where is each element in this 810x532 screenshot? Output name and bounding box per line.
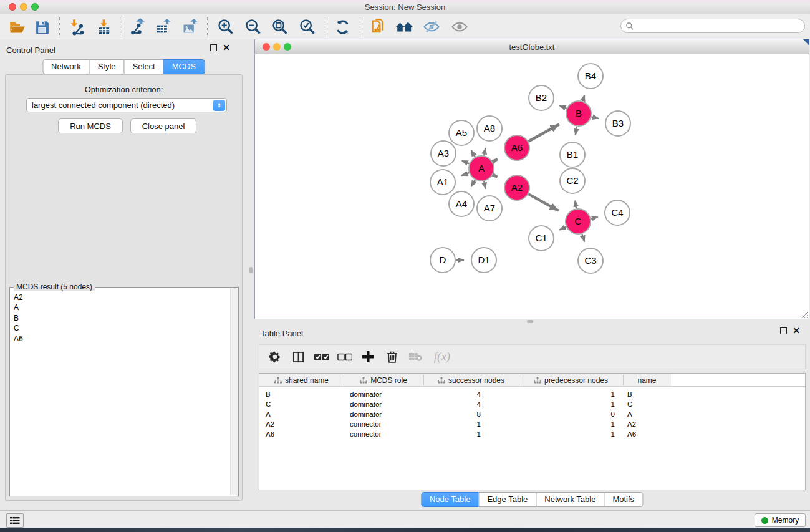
table-delete-icon[interactable]: [407, 349, 423, 365]
function-fx-icon[interactable]: f(x): [430, 349, 455, 365]
mcds-result-item[interactable]: B: [14, 313, 230, 323]
refresh-icon[interactable]: [333, 17, 352, 36]
deselect-all-checkboxes-icon[interactable]: [337, 349, 353, 365]
mcds-result-item[interactable]: A6: [14, 334, 230, 344]
table-cell: B: [266, 390, 340, 398]
table-row-A2[interactable]: A2connector11A2: [259, 420, 671, 430]
run-mcds-button[interactable]: Run MCDS: [58, 118, 123, 133]
close-panel-button[interactable]: Close panel: [130, 118, 196, 133]
table-row-A[interactable]: Adominator80A: [259, 410, 671, 420]
toolbar-separator: [59, 17, 60, 36]
table-row-A6[interactable]: A6connector11A6: [259, 430, 671, 440]
column-header-predecessor-nodes[interactable]: predecessor nodes: [519, 374, 623, 387]
delete-trash-icon[interactable]: [384, 349, 400, 365]
column-layout-icon[interactable]: [290, 349, 306, 365]
graph-edge-A2-C[interactable]: [528, 194, 558, 210]
optimization-criterion-select[interactable]: largest connected component (directed) ▲…: [26, 98, 227, 112]
zoom-out-icon[interactable]: [244, 17, 263, 36]
table-cell: connector: [350, 420, 418, 428]
export-table-icon[interactable]: [154, 17, 173, 36]
graph-edge-B-B2[interactable]: [560, 105, 567, 109]
table-row-C[interactable]: Cdominator41C: [259, 400, 671, 410]
tab-network[interactable]: Network: [42, 59, 90, 74]
tab-select[interactable]: Select: [124, 59, 164, 74]
task-list-button[interactable]: [6, 513, 24, 528]
graph-node-label: B4: [585, 70, 596, 81]
table-cell: 1: [552, 390, 615, 398]
add-plus-icon[interactable]: [360, 349, 376, 365]
graph-edge-A-A2[interactable]: [493, 175, 497, 177]
desktop-wallpaper-strip: [0, 528, 810, 532]
toolbar-separator: [360, 17, 360, 36]
import-network-icon[interactable]: [67, 17, 86, 36]
optimization-criterion-label: Optimization criterion:: [6, 85, 242, 94]
mcds-result-item[interactable]: A: [14, 302, 230, 312]
graph-edge-B-B3[interactable]: [591, 117, 599, 118]
houses-icon[interactable]: [395, 17, 414, 36]
tab-style[interactable]: Style: [89, 59, 125, 74]
search-input[interactable]: [634, 21, 804, 32]
column-header-successor-nodes[interactable]: successor nodes: [423, 374, 519, 387]
table-cell: 1: [418, 430, 481, 438]
graph-edge-C-C2[interactable]: [575, 201, 576, 209]
graph-edge-A6-B[interactable]: [528, 124, 559, 141]
column-type-icon: [274, 377, 282, 384]
graph-edge-A-A3[interactable]: [462, 161, 470, 164]
graph-edge-B-B1[interactable]: [576, 127, 577, 135]
settings-gear-icon[interactable]: [267, 349, 283, 365]
graph-edge-A-A5[interactable]: [471, 150, 475, 157]
graph-edge-C-C1[interactable]: [559, 227, 566, 230]
export-image-icon[interactable]: [181, 17, 200, 36]
network-graph[interactable]: B4B2BB3A5A8A6B1A3AA1C2A2A4A7C4CC1C3DD1: [255, 54, 809, 319]
graph-edge-A-A1[interactable]: [461, 173, 469, 175]
open-file-icon[interactable]: [7, 17, 26, 36]
eye-icon[interactable]: [450, 17, 469, 36]
export-network-icon[interactable]: [127, 17, 146, 36]
zoom-fit-icon[interactable]: [271, 17, 289, 36]
eye-slash-icon[interactable]: [422, 17, 441, 36]
network-window-title: testGlobe.txt: [255, 42, 809, 52]
tab-node-table[interactable]: Node Table: [421, 492, 480, 507]
graph-edge-A-A4[interactable]: [471, 180, 475, 186]
close-panel-icon[interactable]: ✕: [793, 327, 800, 334]
close-panel-icon[interactable]: ✕: [223, 44, 230, 51]
save-session-icon[interactable]: [32, 17, 51, 36]
column-header-MCDS-role[interactable]: MCDS role: [344, 374, 423, 387]
table-cell: 0: [552, 410, 615, 418]
result-scrollbar[interactable]: [230, 288, 238, 495]
table-toolbar: f(x): [259, 344, 806, 369]
float-window-icon[interactable]: [780, 327, 787, 334]
table-cell: dominator: [350, 400, 418, 408]
graph-edge-A-A6[interactable]: [493, 159, 498, 162]
window-resize-grip[interactable]: [801, 311, 808, 318]
tab-motifs[interactable]: Motifs: [604, 492, 643, 507]
tab-edge-table[interactable]: Edge Table: [478, 492, 536, 507]
zoom-selected-icon[interactable]: [298, 17, 317, 36]
graph-edge-B-B4[interactable]: [582, 95, 584, 101]
document-network-icon[interactable]: [369, 17, 388, 36]
table-cell: A2: [266, 420, 340, 428]
zoom-in-icon[interactable]: [216, 17, 235, 36]
table-cell: 1: [552, 400, 615, 408]
mcds-result-item[interactable]: A2: [14, 293, 230, 302]
import-table-icon[interactable]: [95, 17, 113, 36]
tab-network-table[interactable]: Network Table: [536, 492, 604, 507]
table-row-B[interactable]: Bdominator41B: [259, 390, 671, 400]
graph-edge-A-A7[interactable]: [484, 181, 485, 189]
vertical-splitter-handle[interactable]: [249, 267, 253, 273]
graph-edge-C-C4[interactable]: [591, 217, 597, 219]
mcds-result-item[interactable]: C: [14, 323, 230, 333]
memory-button[interactable]: Memory: [755, 513, 806, 527]
node-table[interactable]: shared nameMCDS rolesuccessor nodesprede…: [259, 373, 806, 490]
network-window-titlebar[interactable]: testGlobe.txt: [255, 39, 809, 54]
column-header-name[interactable]: name: [623, 374, 671, 387]
search-box[interactable]: [620, 19, 805, 33]
graph-edge-C-C3[interactable]: [582, 234, 584, 241]
graph-edge-A-A8[interactable]: [484, 148, 485, 155]
float-window-icon[interactable]: [210, 44, 217, 51]
graph-node-label: D1: [478, 254, 489, 265]
column-header-shared-name[interactable]: shared name: [259, 374, 344, 387]
select-all-checkboxes-icon[interactable]: [314, 349, 330, 365]
tab-mcds[interactable]: MCDS: [163, 59, 205, 74]
table-panel-title: Table Panel: [261, 327, 303, 339]
